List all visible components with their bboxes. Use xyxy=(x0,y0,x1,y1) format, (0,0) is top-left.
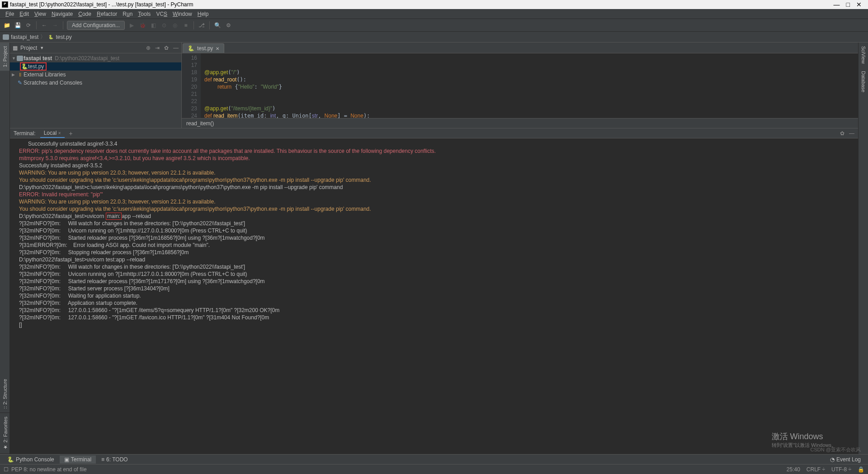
sidebar-tab-sciview[interactable]: SciView xyxy=(859,43,868,67)
menu-help[interactable]: Help xyxy=(195,11,212,17)
open-icon[interactable]: 📁 xyxy=(3,21,11,29)
profile-icon[interactable]: ⊙ xyxy=(160,21,168,29)
tree-project-root[interactable]: ▼ fastapi test D:\python2022\fastapi_tes… xyxy=(10,54,181,62)
folder-icon xyxy=(3,34,9,40)
bottom-tab-event-log[interactable]: ◔ Event Log xyxy=(826,455,865,464)
status-message: ☐PEP 8: no newline at end of file xyxy=(4,466,87,473)
window-title-bar: P fastapi_test [D:\python2022\fastapi_te… xyxy=(0,0,868,9)
terminal-hide-icon[interactable]: — xyxy=(849,130,854,137)
menu-edit[interactable]: Edit xyxy=(17,11,32,17)
menu-bar: File Edit View Navigate Code Refactor Ru… xyxy=(0,9,868,19)
stop-icon[interactable]: ■ xyxy=(182,21,190,29)
menu-window[interactable]: Window xyxy=(170,11,195,17)
project-tool-window: ▦ Project ▼ ⊕ ⇥ ✿ — ▼ fastapi xyxy=(10,43,182,128)
menu-refactor[interactable]: Refactor xyxy=(94,11,120,17)
menu-code[interactable]: Code xyxy=(75,11,94,17)
project-tree[interactable]: ▼ fastapi test D:\python2022\fastapi_tes… xyxy=(10,53,181,128)
search-icon[interactable]: 🔍 xyxy=(213,21,222,29)
locate-icon[interactable]: ⊕ xyxy=(146,45,151,51)
status-eol[interactable]: CRLF ÷ xyxy=(807,466,825,473)
sidebar-tab-favorites[interactable]: ★ 2: Favorites xyxy=(0,413,10,454)
maximize-button[interactable]: □ xyxy=(846,1,850,8)
tree-file-testpy[interactable]: 🐍 test.py xyxy=(10,62,181,71)
sidebar-tab-project[interactable]: 1: Project xyxy=(0,43,9,71)
terminal-tab-local[interactable]: Local × xyxy=(40,129,65,138)
terminal-new-tab[interactable]: + xyxy=(69,130,73,137)
sidebar-tab-database[interactable]: Database xyxy=(859,67,868,96)
editor-panel: 🐍 test.py ✕ 16171819202122232425 @app.ge… xyxy=(182,43,858,128)
terminal-output[interactable]: Successfully uninstalled asgiref-3.3.4ER… xyxy=(10,138,858,454)
status-encoding[interactable]: UTF-8 ÷ xyxy=(831,466,851,473)
project-header-title: Project xyxy=(20,45,37,51)
bottom-tab-todo[interactable]: ≡ 6: TODO xyxy=(97,455,132,464)
terminal-title: Terminal: xyxy=(14,130,36,137)
editor-code-area[interactable]: @app.get("/") def read_root(): return {"… xyxy=(201,53,858,118)
refresh-icon[interactable]: ⟳ xyxy=(24,21,33,29)
status-bar: ☐PEP 8: no newline at end of file 25:40 … xyxy=(0,464,868,474)
editor-tab-testpy[interactable]: 🐍 test.py ✕ xyxy=(183,43,224,53)
window-title: fastapi_test [D:\python2022\fastapi_test… xyxy=(10,1,193,8)
menu-view[interactable]: View xyxy=(32,11,49,17)
vcs-icon[interactable]: ⎇ xyxy=(198,21,206,29)
editor-gutter: 16171819202122232425 xyxy=(182,53,201,118)
tree-scratches[interactable]: ✎ Scratches and Consoles xyxy=(10,79,181,87)
sidebar-tab-structure[interactable]: :: 2: Structure xyxy=(0,375,10,413)
run-icon[interactable]: ▶ xyxy=(127,21,136,29)
left-bottom-stripe: ★ 2: Favorites :: 2: Structure xyxy=(0,375,10,454)
tree-external-libraries[interactable]: ▶ ⫴ External Libraries xyxy=(10,71,181,79)
concurrency-icon[interactable]: ◎ xyxy=(171,21,179,29)
debug-icon[interactable]: 🐞 xyxy=(138,21,146,29)
close-tab-icon[interactable]: ✕ xyxy=(216,46,219,51)
python-file-icon: 🐍 xyxy=(188,45,194,52)
forward-icon[interactable]: → xyxy=(51,21,59,29)
close-button[interactable]: ✕ xyxy=(856,1,862,8)
run-config-selector[interactable]: Add Configuration... xyxy=(67,21,125,30)
editor-breadcrumb[interactable]: read_item() xyxy=(182,118,858,128)
breadcrumb-root[interactable]: fastapi_test xyxy=(3,34,38,40)
menu-navigate[interactable]: Navigate xyxy=(49,11,75,17)
editor-tab-bar: 🐍 test.py ✕ xyxy=(182,43,858,53)
app-icon: P xyxy=(2,1,8,8)
menu-file[interactable]: File xyxy=(3,11,17,17)
save-icon[interactable]: 💾 xyxy=(14,21,22,29)
breadcrumb-file[interactable]: 🐍 test.py xyxy=(47,34,71,40)
bottom-tab-python-console[interactable]: 🐍 Python Console xyxy=(3,455,59,464)
main-toolbar: 📁 💾 ⟳ ← → Add Configuration... ▶ 🐞 ◧ ⊙ ◎… xyxy=(0,19,868,32)
status-cursor[interactable]: 25:40 xyxy=(787,466,800,473)
gear-icon[interactable]: ✿ xyxy=(164,45,169,51)
terminal-tool-window: Terminal: Local × + ✿ — Successfully uni… xyxy=(10,128,858,454)
menu-tools[interactable]: Tools xyxy=(135,11,153,17)
menu-run[interactable]: Run xyxy=(120,11,135,17)
settings-icon[interactable]: ⚙ xyxy=(224,21,232,29)
bottom-tab-terminal[interactable]: ▣ Terminal xyxy=(60,455,96,464)
menu-vcs[interactable]: VCS xyxy=(153,11,170,17)
navigation-bar: fastapi_test 〉 🐍 test.py xyxy=(0,32,868,43)
collapse-icon[interactable]: ⇥ xyxy=(155,45,160,51)
back-icon[interactable]: ← xyxy=(40,21,48,29)
status-lock-icon[interactable]: 🔒 xyxy=(858,466,864,473)
coverage-icon[interactable]: ◧ xyxy=(149,21,157,29)
terminal-gear-icon[interactable]: ✿ xyxy=(840,130,844,137)
hide-icon[interactable]: — xyxy=(173,45,179,51)
python-file-icon: 🐍 xyxy=(47,34,54,40)
minimize-button[interactable]: — xyxy=(834,1,840,8)
bottom-tool-bar: 🐍 Python Console ▣ Terminal ≡ 6: TODO ◔ … xyxy=(0,454,868,464)
right-tool-stripe: SciView Database xyxy=(858,43,868,454)
